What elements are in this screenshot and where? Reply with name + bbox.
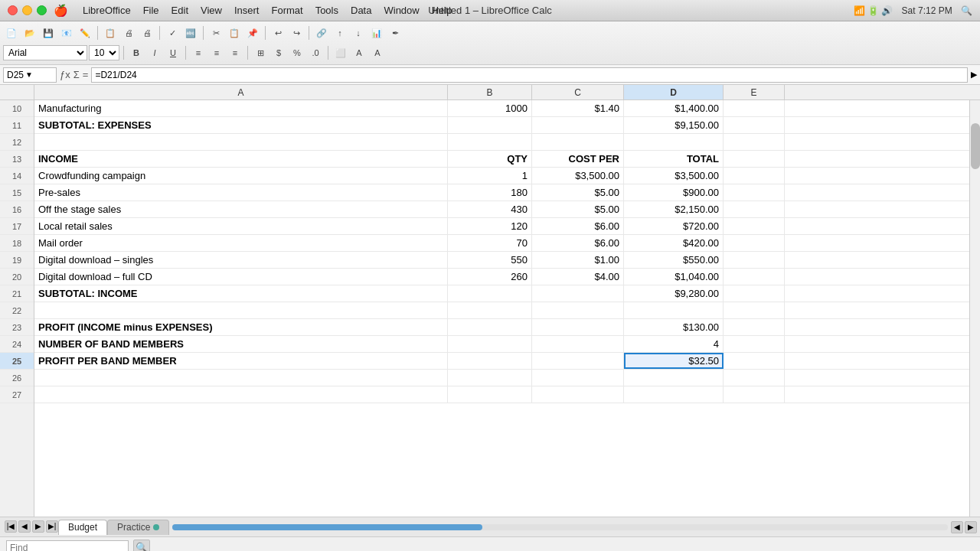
menu-libreoffice[interactable]: LibreOffice bbox=[77, 5, 137, 16]
border-btn[interactable]: ⬜ bbox=[332, 44, 349, 61]
cell-e20[interactable] bbox=[724, 269, 785, 285]
bg-color-btn[interactable]: A bbox=[351, 44, 368, 61]
col-header-d[interactable]: D bbox=[624, 85, 724, 99]
cell-a13[interactable]: INCOME bbox=[34, 151, 448, 167]
cell-c22[interactable] bbox=[532, 302, 624, 318]
percent-btn[interactable]: % bbox=[289, 44, 305, 61]
merge-btn[interactable]: ⊞ bbox=[252, 44, 269, 61]
formula-input[interactable] bbox=[91, 67, 968, 83]
pdf-btn[interactable]: 📋 bbox=[102, 24, 119, 41]
sheet-tab-budget[interactable]: Budget bbox=[58, 520, 107, 535]
tab-nav-next[interactable]: ▶ bbox=[32, 520, 44, 533]
cell-d12[interactable] bbox=[624, 134, 724, 150]
col-header-a[interactable]: A bbox=[34, 85, 448, 99]
cell-b27[interactable] bbox=[448, 386, 532, 403]
cell-e22[interactable] bbox=[724, 302, 785, 318]
print-btn[interactable]: 🖨 bbox=[139, 24, 155, 41]
row-num-10[interactable]: 10 bbox=[0, 100, 34, 117]
cell-c20[interactable]: $4.00 bbox=[532, 269, 624, 285]
cell-d27[interactable] bbox=[624, 386, 724, 403]
cell-c14[interactable]: $3,500.00 bbox=[532, 168, 624, 184]
cell-c10[interactable]: $1.40 bbox=[532, 100, 624, 116]
paste-btn[interactable]: 📌 bbox=[244, 24, 261, 41]
cell-b12[interactable] bbox=[448, 134, 532, 150]
menu-window[interactable]: Window bbox=[377, 5, 425, 16]
find-input[interactable] bbox=[6, 540, 129, 552]
cell-a24[interactable]: NUMBER OF BAND MEMBERS bbox=[34, 336, 448, 352]
cell-b20[interactable]: 260 bbox=[448, 269, 532, 285]
draw-btn[interactable]: ✒ bbox=[387, 24, 403, 41]
cell-e19[interactable] bbox=[724, 252, 785, 268]
cell-b14[interactable]: 1 bbox=[448, 168, 532, 184]
cell-c26[interactable] bbox=[532, 370, 624, 386]
sheet-tab-practice[interactable]: Practice bbox=[107, 520, 169, 535]
align-right-btn[interactable]: ≡ bbox=[227, 44, 243, 61]
cell-a27[interactable] bbox=[34, 386, 448, 403]
redo-btn[interactable]: ↪ bbox=[288, 24, 305, 41]
spellcheck-btn[interactable]: ✓ bbox=[164, 24, 181, 41]
cell-a12[interactable] bbox=[34, 134, 448, 150]
row-num-19[interactable]: 19 bbox=[0, 252, 34, 269]
scroll-right-btn[interactable]: ▶ bbox=[965, 521, 977, 533]
cell-e21[interactable] bbox=[724, 285, 785, 302]
cell-c16[interactable]: $5.00 bbox=[532, 201, 624, 217]
cell-d16[interactable]: $2,150.00 bbox=[624, 201, 724, 217]
cell-d10[interactable]: $1,400.00 bbox=[624, 100, 724, 116]
cell-b16[interactable]: 430 bbox=[448, 201, 532, 217]
cell-e25[interactable] bbox=[724, 353, 785, 369]
cell-c12[interactable] bbox=[532, 134, 624, 150]
cell-b19[interactable]: 550 bbox=[448, 252, 532, 268]
cell-b24[interactable] bbox=[448, 336, 532, 352]
col-header-e[interactable]: E bbox=[724, 85, 785, 99]
cell-e10[interactable] bbox=[724, 100, 785, 116]
cell-b26[interactable] bbox=[448, 370, 532, 386]
cell-b25[interactable] bbox=[448, 353, 532, 369]
row-num-24[interactable]: 24 bbox=[0, 336, 34, 353]
row-num-25[interactable]: 25 bbox=[0, 353, 34, 370]
vertical-scrollbar[interactable] bbox=[969, 100, 980, 517]
cell-a19[interactable]: Digital download – singles bbox=[34, 252, 448, 268]
cell-a18[interactable]: Mail order bbox=[34, 235, 448, 251]
formula-edit-icon[interactable]: = bbox=[83, 69, 89, 80]
cell-d11[interactable]: $9,150.00 bbox=[624, 117, 724, 133]
cell-c18[interactable]: $6.00 bbox=[532, 235, 624, 251]
col-header-b[interactable]: B bbox=[448, 85, 532, 99]
cell-c13[interactable]: COST PER bbox=[532, 151, 624, 167]
cell-e15[interactable] bbox=[724, 184, 785, 201]
cell-e17[interactable] bbox=[724, 218, 785, 234]
cell-d13[interactable]: TOTAL bbox=[624, 151, 724, 167]
cell-ref-dropdown[interactable]: ▼ bbox=[25, 70, 33, 79]
menu-tools[interactable]: Tools bbox=[309, 5, 345, 16]
cell-d15[interactable]: $900.00 bbox=[624, 184, 724, 201]
menu-insert[interactable]: Insert bbox=[228, 5, 266, 16]
cell-b17[interactable]: 120 bbox=[448, 218, 532, 234]
row-num-12[interactable]: 12 bbox=[0, 134, 34, 151]
cell-c11[interactable] bbox=[532, 117, 624, 133]
font-size-select[interactable]: 10 bbox=[89, 45, 119, 60]
cell-b10[interactable]: 1000 bbox=[448, 100, 532, 116]
row-num-20[interactable]: 20 bbox=[0, 269, 34, 285]
cell-e18[interactable] bbox=[724, 235, 785, 251]
tab-nav-prev[interactable]: ◀ bbox=[18, 520, 31, 533]
formula-scroll-right[interactable]: ▶ bbox=[971, 70, 977, 80]
bold-btn[interactable]: B bbox=[128, 44, 145, 61]
new-btn[interactable]: 📄 bbox=[3, 24, 20, 41]
row-num-21[interactable]: 21 bbox=[0, 285, 34, 302]
underline-btn[interactable]: U bbox=[165, 44, 181, 61]
cell-b23[interactable] bbox=[448, 319, 532, 335]
cell-a10[interactable]: Manufacturing bbox=[34, 100, 448, 116]
row-num-23[interactable]: 23 bbox=[0, 319, 34, 336]
cell-a11[interactable]: SUBTOTAL: EXPENSES bbox=[34, 117, 448, 133]
currency-btn[interactable]: $ bbox=[270, 44, 287, 61]
h-scrollbar-thumb[interactable] bbox=[172, 524, 482, 530]
function-wizard-icon[interactable]: ƒx bbox=[60, 69, 70, 80]
edit-file-btn[interactable]: ✏️ bbox=[77, 24, 93, 41]
undo-btn[interactable]: ↩ bbox=[270, 24, 286, 41]
align-left-btn[interactable]: ≡ bbox=[190, 44, 207, 61]
hyperlink-btn[interactable]: 🔗 bbox=[313, 24, 330, 41]
cell-a22[interactable] bbox=[34, 302, 448, 318]
row-num-17[interactable]: 17 bbox=[0, 218, 34, 235]
cell-e11[interactable] bbox=[724, 117, 785, 133]
cell-c21[interactable] bbox=[532, 285, 624, 302]
menu-edit[interactable]: Edit bbox=[165, 5, 194, 16]
